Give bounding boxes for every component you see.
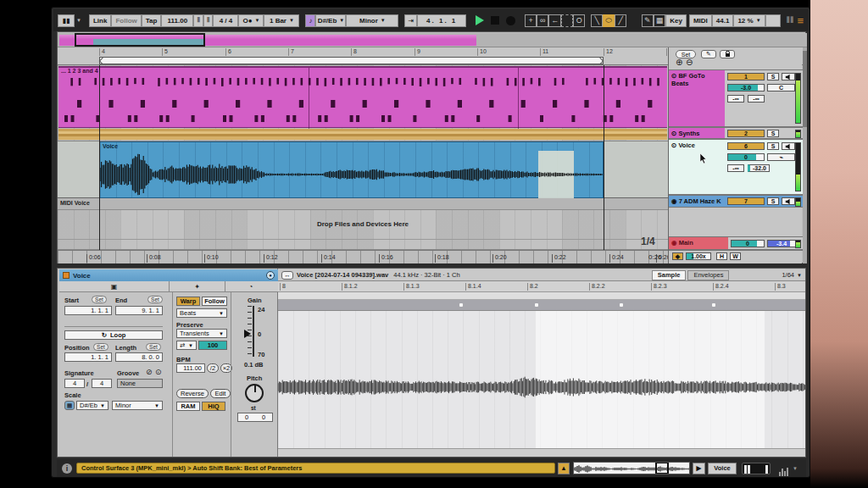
commit-groove-icon[interactable]: ⊘ — [146, 368, 153, 376]
warp-button[interactable]: Warp — [176, 297, 200, 306]
synths-clip-strip[interactable] — [58, 129, 667, 140]
tab-envelopes[interactable]: Envelopes — [687, 270, 729, 280]
clip-scale-menu[interactable]: Minor▼ — [112, 401, 163, 410]
overview-viewport-bracket[interactable] — [655, 463, 669, 474]
drums-midi-clip[interactable]: ... 1 2 3 and 4 — [58, 66, 667, 128]
tab-envelope[interactable]: ◔ — [225, 281, 276, 291]
send-b-field[interactable]: -∞ — [748, 95, 765, 103]
play-button[interactable] — [476, 15, 484, 25]
warp-marker[interactable] — [459, 303, 463, 307]
follow-playhead-icon[interactable]: ⇥ — [404, 14, 417, 27]
empty-lane[interactable] — [58, 240, 668, 250]
speaker-activator-button[interactable] — [782, 73, 795, 80]
loop-position-field[interactable]: 1. 1. 1 — [64, 352, 112, 362]
draw-pencil-button[interactable]: ✎ — [701, 50, 716, 58]
session-link-icon[interactable]: ∞ — [537, 14, 548, 27]
loop-switch-icon[interactable]: ⬭ — [603, 14, 615, 27]
arrangement-position-field[interactable]: 4. 1. 1 — [417, 14, 466, 27]
arrangement-loop-brace[interactable] — [99, 57, 604, 64]
track-number-box[interactable]: 7 — [727, 197, 765, 205]
reverse-button[interactable]: Reverse — [176, 389, 209, 398]
loop-button[interactable]: ↻Loop — [64, 330, 163, 340]
groove-field[interactable]: None — [117, 379, 163, 388]
pan-field[interactable]: ⌁ — [767, 153, 795, 161]
record-button[interactable] — [506, 16, 515, 25]
preview-play-button[interactable]: ▶ — [693, 463, 705, 474]
pan-field[interactable]: C — [767, 84, 795, 92]
transient-loop-amount-field[interactable]: 100 — [198, 341, 227, 350]
hot-swap-groove-icon[interactable]: ⊙ — [155, 368, 162, 376]
main-volume-field[interactable]: 0 — [731, 240, 765, 247]
scale-name-menu[interactable]: Minor▼ — [346, 14, 398, 27]
voice-audio-clip[interactable]: Voice — [99, 141, 604, 198]
metronome-button[interactable]: O●▼ — [238, 14, 264, 27]
speaker-activator-button[interactable] — [782, 197, 795, 205]
key-map-button[interactable]: Key — [665, 14, 687, 27]
fade-curve-icon[interactable]: ╲ — [591, 14, 603, 27]
solo-button[interactable]: S — [767, 73, 779, 80]
tab-sample-props[interactable]: ✦ — [170, 281, 225, 291]
set-position-button[interactable]: Set — [93, 343, 108, 351]
send-a-field[interactable]: -∞ — [727, 95, 744, 103]
volume-field[interactable]: -3.0 — [727, 84, 765, 92]
computer-midi-keyboard-icon[interactable]: ▦ — [654, 14, 666, 27]
show-overview-button[interactable]: ▲ — [558, 463, 570, 474]
meter-caret-icon[interactable]: ▼ — [793, 466, 798, 471]
track-header-bf-goto-beats[interactable]: ⊙ BF GoTo Beats 1 S -3.0 C -∞ -∞ — [669, 69, 803, 127]
grid-setting-menu[interactable]: 1/64▼ — [782, 271, 802, 279]
solo-button[interactable]: S — [767, 197, 779, 205]
set-end-button[interactable]: Set — [147, 296, 163, 303]
track-number-box[interactable]: 2 — [727, 130, 765, 137]
gain-slider-track[interactable] — [253, 306, 254, 357]
width-zoom-button[interactable]: W — [730, 252, 741, 260]
warp-mode-menu[interactable]: Beats▼ — [176, 308, 227, 318]
midi-voice-lane[interactable]: MIDI Voice — [58, 198, 668, 210]
tempo-field[interactable]: 111.00 — [161, 14, 193, 27]
sig-denominator-field[interactable]: 4 — [92, 379, 112, 388]
scale-mode-icon[interactable]: ▦ — [64, 401, 75, 410]
play-circle-icon[interactable]: ◉ — [671, 239, 679, 247]
audio-overview-strip[interactable] — [573, 462, 690, 474]
sample-waveform-area[interactable] — [278, 311, 805, 448]
back-to-arrangement-icon[interactable]: ← — [548, 14, 561, 27]
drop-files-area[interactable]: Drop Files and Devices Here — [58, 210, 668, 240]
warp-marker[interactable] — [535, 303, 538, 307]
sample-swap-icon[interactable]: ↔ — [281, 271, 293, 280]
warp-follow-button[interactable]: Follow — [202, 297, 227, 306]
warp-marker-strip[interactable] — [278, 300, 805, 311]
scale-awareness-icon[interactable]: ♪ — [305, 14, 315, 27]
ram-button[interactable]: RAM — [176, 402, 200, 411]
warp-marker[interactable] — [620, 303, 623, 307]
volume-field[interactable]: 0 — [727, 153, 765, 161]
lock-button[interactable] — [720, 50, 735, 58]
track-header-main[interactable]: ◉ Main 0 -3.4 — [669, 236, 803, 250]
loop-strip[interactable] — [278, 292, 805, 300]
send-b-field[interactable]: -32.0 — [748, 164, 770, 172]
nudge-down-icon[interactable]: ⦀ — [193, 14, 203, 27]
clip-root-menu[interactable]: D#/Eb▼ — [76, 401, 108, 410]
overview-viewport-box[interactable] — [75, 33, 205, 47]
link-button[interactable]: Link — [89, 14, 111, 27]
nudge-up-icon[interactable]: ⦀ — [203, 14, 214, 27]
tab-clip[interactable]: ▣ — [59, 281, 170, 291]
tab-sample[interactable]: Sample — [652, 270, 687, 280]
cpu-load-meter[interactable]: 12 %▼ — [733, 14, 765, 27]
send-a-field[interactable]: -∞ — [727, 164, 744, 172]
solo-button[interactable]: S — [767, 142, 779, 150]
edit-button[interactable]: Edit — [210, 389, 231, 398]
ramp-curve-icon[interactable]: ╱ — [615, 14, 626, 27]
zoom-out-circle-icon[interactable]: ⊖ — [686, 58, 693, 67]
set-start-button[interactable]: Set — [92, 296, 107, 303]
zoom-in-circle-icon[interactable]: ⊕ — [676, 58, 682, 67]
midi-map-button[interactable]: MIDI — [689, 14, 712, 27]
punch-out-icon[interactable]: O — [573, 14, 585, 27]
track-header-adm-haze[interactable]: ◉ 7 ADM Haze K 7 S — [669, 195, 803, 208]
draw-mode-pencil-icon[interactable]: ✎ — [642, 14, 654, 27]
playback-speed-field[interactable]: 1.00x — [686, 252, 711, 260]
seg-bpm-field[interactable]: 111.00 — [176, 363, 205, 373]
sample-beat-ruler[interactable]: 8 8.1.2 8.1.3 8.1.4 8.2 8.2.2 8.2.3 8.2.… — [278, 281, 805, 292]
scale-root-menu[interactable]: D#/Eb▼ — [315, 14, 346, 27]
halve-bpm-button[interactable]: /2 — [207, 363, 219, 373]
solo-button[interactable]: S — [767, 130, 779, 137]
warp-marker[interactable] — [712, 303, 715, 307]
